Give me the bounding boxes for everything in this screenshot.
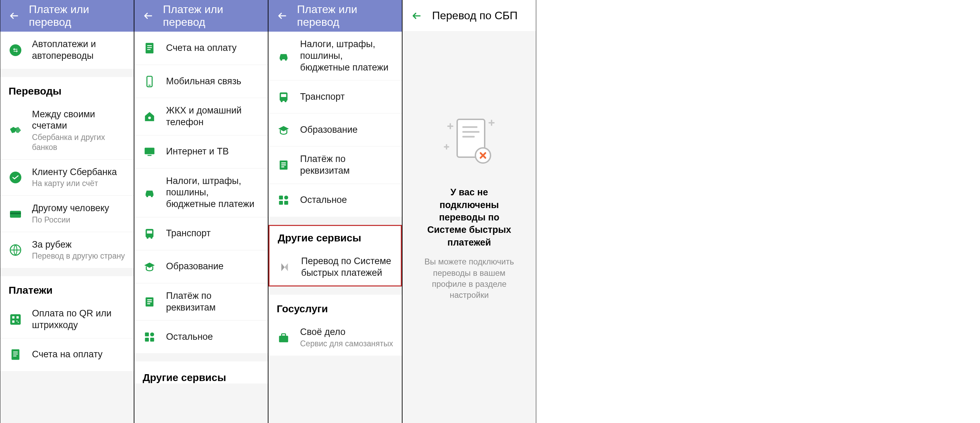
svg-point-43 <box>285 100 287 102</box>
svg-point-21 <box>148 117 151 119</box>
item-mobile[interactable]: Мобильная связь <box>134 65 268 98</box>
item-bills[interactable]: Счета на оплату <box>134 32 268 65</box>
back-button[interactable] <box>277 10 287 22</box>
bill-icon <box>9 348 22 361</box>
item-education[interactable]: Образование <box>134 250 268 283</box>
bus-icon <box>277 90 290 104</box>
divider <box>269 286 402 295</box>
phone-icon <box>143 75 156 88</box>
section-payments: Платежи <box>0 276 134 301</box>
item-requisites[interactable]: Платёж по реквизитам <box>269 146 402 184</box>
divider <box>0 69 134 77</box>
education-icon <box>143 260 156 273</box>
svg-rect-35 <box>150 332 154 336</box>
item-requisites[interactable]: Платёж по реквизитам <box>134 283 268 321</box>
item-label: Налоги, штрафы, пошлины, бюджетные плате… <box>300 38 394 73</box>
bill-icon <box>143 41 156 55</box>
svg-rect-57 <box>462 136 475 137</box>
panel-2: Платеж или перевод Счета на оплату Мобил… <box>134 0 268 423</box>
item-sber-client[interactable]: Клиенту Сбербанка На карту или счёт <box>0 159 134 196</box>
item-label: Налоги, штрафы, пошлины, бюджетные плате… <box>166 176 259 210</box>
svg-rect-5 <box>10 314 21 325</box>
arrow-left-icon <box>143 11 153 21</box>
empty-subtitle: Вы можете подключить переводы в вашем пр… <box>423 256 515 301</box>
sber-icon <box>9 171 22 184</box>
back-button[interactable] <box>9 10 19 22</box>
item-label: Платёж по реквизитам <box>166 290 259 314</box>
svg-rect-46 <box>281 164 286 165</box>
divider <box>0 268 134 276</box>
item-self-employed[interactable]: Своё дело Сервис для самозанятых <box>269 319 402 356</box>
item-bills[interactable]: Счета на оплату <box>0 338 134 371</box>
svg-rect-47 <box>281 166 284 168</box>
svg-rect-12 <box>13 351 18 352</box>
item-other[interactable]: Остальное <box>134 320 268 353</box>
empty-state: У вас не подключены переводы по Системе … <box>402 32 536 423</box>
arrow-left-icon <box>9 11 19 21</box>
item-label: Платёж по реквизитам <box>300 153 394 177</box>
svg-rect-17 <box>147 47 151 48</box>
svg-rect-3 <box>10 212 21 214</box>
svg-rect-50 <box>279 201 283 204</box>
item-sbp[interactable]: Перевод по Системе быстрых платежей <box>269 249 401 286</box>
item-other-person[interactable]: Другому человеку По России <box>0 195 134 232</box>
svg-rect-10 <box>18 322 19 322</box>
svg-rect-11 <box>12 350 20 360</box>
item-taxes[interactable]: Налоги, штрафы, пошлины, бюджетные плате… <box>269 32 402 80</box>
item-autopay[interactable]: Автоплатежи и автопереводы <box>0 32 134 69</box>
item-label: Остальное <box>300 194 347 206</box>
item-label: Клиенту Сбербанка <box>32 166 117 178</box>
appbar: Платеж или перевод <box>0 0 134 32</box>
item-sub: Сбербанка и других банков <box>32 132 126 152</box>
item-label: Своё дело <box>300 326 393 338</box>
svg-rect-53 <box>282 334 285 336</box>
item-internet[interactable]: Интернет и ТВ <box>134 135 268 168</box>
item-label: Образование <box>166 261 223 272</box>
svg-rect-14 <box>13 356 16 356</box>
svg-rect-33 <box>147 303 150 304</box>
document-error-icon <box>436 112 502 172</box>
item-label: Другому человеку <box>32 203 109 214</box>
item-sub: Перевод в другую страну <box>32 251 125 261</box>
appbar-title: Платеж или перевод <box>297 3 394 29</box>
svg-rect-9 <box>16 321 18 322</box>
item-sub: По России <box>32 215 109 225</box>
svg-rect-48 <box>279 196 283 200</box>
item-sub: Сервис для самозанятых <box>300 339 393 349</box>
svg-point-0 <box>10 45 21 56</box>
svg-rect-8 <box>13 321 15 323</box>
empty-title: У вас не подключены переводы по Системе … <box>423 186 515 249</box>
svg-rect-37 <box>150 338 154 342</box>
sbp-icon <box>278 260 291 274</box>
card-icon <box>9 207 22 220</box>
svg-rect-13 <box>13 354 18 354</box>
item-education[interactable]: Образование <box>269 113 402 146</box>
item-label: Транспорт <box>300 91 345 103</box>
section-other-services: Другие сервисы <box>134 361 268 383</box>
item-utilities[interactable]: ЖКХ и домашний телефон <box>134 98 268 135</box>
car-icon <box>143 186 156 200</box>
grid-icon <box>143 330 156 344</box>
item-other[interactable]: Остальное <box>269 184 402 217</box>
item-between-accounts[interactable]: Между своими счетами Сбербанка и других … <box>0 102 134 159</box>
panel-1: Платеж или перевод Автоплатежи и автопер… <box>0 0 134 423</box>
item-transport[interactable]: Транспорт <box>134 217 268 250</box>
back-button[interactable] <box>143 10 153 22</box>
house-icon <box>143 110 156 123</box>
autopay-icon <box>9 43 22 57</box>
svg-rect-6 <box>13 316 15 318</box>
item-qr[interactable]: Оплата по QR или штрихкоду <box>0 301 134 338</box>
highlighted-section: Другие сервисы Перевод по Системе быстры… <box>269 225 402 287</box>
monitor-icon <box>143 145 156 158</box>
back-button[interactable] <box>411 10 422 22</box>
item-label: Перевод по Системе быстрых платежей <box>301 255 393 279</box>
item-taxes[interactable]: Налоги, штрафы, пошлины, бюджетные плате… <box>134 168 268 217</box>
svg-rect-51 <box>284 201 288 204</box>
grid-icon <box>277 193 290 207</box>
item-label: За рубеж <box>32 239 125 251</box>
appbar-title: Платеж или перевод <box>163 3 259 29</box>
handshake-icon <box>9 123 22 137</box>
item-abroad[interactable]: За рубеж Перевод в другую страну <box>0 232 134 268</box>
item-transport[interactable]: Транспорт <box>269 80 402 113</box>
svg-point-24 <box>146 195 148 197</box>
